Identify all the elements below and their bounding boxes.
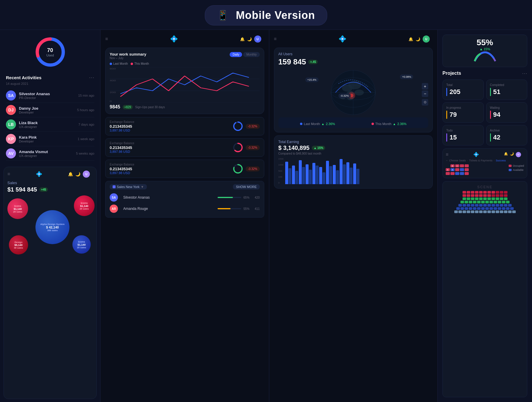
t-seat[interactable] bbox=[483, 197, 487, 200]
t-seat[interactable] bbox=[500, 197, 503, 200]
t-seat[interactable] bbox=[506, 207, 510, 210]
t-seat[interactable] bbox=[471, 197, 474, 200]
t-seat[interactable] bbox=[458, 204, 462, 207]
t-seat[interactable] bbox=[479, 191, 483, 194]
seat-occ-b[interactable]: B bbox=[450, 164, 455, 167]
t-seat[interactable] bbox=[475, 210, 479, 213]
t-seat[interactable] bbox=[479, 197, 483, 200]
t-seat[interactable] bbox=[492, 210, 495, 213]
seat-avail-3[interactable] bbox=[460, 172, 464, 175]
t-seat[interactable] bbox=[487, 194, 491, 197]
seat-occ-2[interactable] bbox=[465, 164, 469, 167]
zoom-in-button[interactable]: + bbox=[422, 83, 428, 90]
zoom-out-button[interactable]: − bbox=[422, 90, 428, 97]
t-seat[interactable] bbox=[473, 207, 476, 210]
t-seat[interactable] bbox=[475, 194, 479, 197]
t-seat[interactable] bbox=[469, 207, 472, 210]
seat-occ-6[interactable] bbox=[450, 172, 455, 175]
t-seat[interactable] bbox=[463, 210, 466, 213]
breadcrumb-back[interactable]: ← Choose Seats bbox=[446, 159, 466, 162]
t-seat[interactable] bbox=[500, 194, 503, 197]
hamburger-icon-center-left[interactable]: ≡ bbox=[105, 36, 108, 42]
t-seat[interactable] bbox=[463, 191, 466, 194]
t-seat[interactable] bbox=[504, 210, 507, 213]
seat-occ-1[interactable] bbox=[460, 164, 464, 167]
seat-occ-4[interactable] bbox=[465, 168, 469, 171]
t-seat[interactable] bbox=[487, 210, 491, 213]
t-seat[interactable] bbox=[487, 197, 491, 200]
bell-icon-cr[interactable]: 🔔 bbox=[408, 37, 413, 41]
breadcrumb-tickets[interactable]: Tickets & Payments bbox=[469, 159, 492, 162]
t-seat[interactable] bbox=[467, 204, 470, 207]
t-seat[interactable] bbox=[471, 204, 474, 207]
t-seat[interactable] bbox=[494, 201, 497, 203]
t-seat[interactable] bbox=[498, 207, 501, 210]
moon-icon-left[interactable]: 🌙 bbox=[75, 172, 80, 176]
hamburger-icon-cr[interactable]: ≡ bbox=[274, 36, 277, 42]
settings-button-globe[interactable]: ⚙ bbox=[422, 99, 428, 106]
seat-avail-a[interactable]: A bbox=[450, 168, 455, 171]
t-seat[interactable] bbox=[483, 194, 487, 197]
t-seat[interactable] bbox=[471, 210, 474, 213]
t-seat[interactable] bbox=[463, 197, 466, 200]
t-seat[interactable] bbox=[508, 210, 512, 213]
t-seat[interactable] bbox=[500, 210, 503, 213]
hamburger-seat[interactable]: ≡ bbox=[446, 152, 448, 157]
t-seat[interactable] bbox=[454, 210, 458, 213]
seat-avail-1[interactable] bbox=[460, 168, 464, 171]
t-seat[interactable] bbox=[504, 191, 507, 194]
t-seat[interactable] bbox=[467, 191, 470, 194]
seat-occ-5[interactable] bbox=[446, 172, 450, 175]
moon-seat[interactable]: 🌙 bbox=[510, 152, 514, 157]
t-seat[interactable] bbox=[487, 191, 491, 194]
t-seat[interactable] bbox=[458, 210, 462, 213]
t-seat[interactable] bbox=[471, 194, 474, 197]
projects-menu-icon[interactable]: ⋯ bbox=[522, 70, 527, 77]
t-seat[interactable] bbox=[487, 204, 491, 207]
seat-avail-2[interactable] bbox=[455, 172, 459, 175]
t-seat[interactable] bbox=[510, 207, 514, 210]
t-seat[interactable] bbox=[463, 194, 466, 197]
t-seat[interactable] bbox=[496, 204, 499, 207]
t-seat[interactable] bbox=[481, 201, 485, 203]
t-seat[interactable] bbox=[456, 207, 460, 210]
tab-monthly[interactable]: Monthly bbox=[243, 52, 259, 57]
t-seat[interactable] bbox=[483, 204, 487, 207]
moon-icon-cl[interactable]: 🌙 bbox=[247, 37, 252, 41]
t-seat[interactable] bbox=[465, 207, 468, 210]
t-seat[interactable] bbox=[506, 201, 510, 203]
t-seat[interactable] bbox=[475, 191, 479, 194]
bell-seat[interactable]: 🔔 bbox=[504, 152, 508, 157]
user-avatar-cr[interactable]: U bbox=[423, 35, 430, 43]
t-seat[interactable] bbox=[508, 204, 512, 207]
seat-occ-c[interactable]: C bbox=[455, 164, 459, 167]
bell-icon-left[interactable]: 🔔 bbox=[68, 172, 73, 176]
t-seat[interactable] bbox=[463, 204, 466, 207]
t-seat[interactable] bbox=[496, 191, 499, 194]
hamburger-icon-left[interactable]: ≡ bbox=[7, 171, 10, 177]
seat-occ-3[interactable] bbox=[455, 168, 459, 171]
show-more-button[interactable]: SHOW MORE bbox=[233, 184, 259, 189]
t-seat[interactable] bbox=[467, 210, 470, 213]
t-seat[interactable] bbox=[469, 201, 472, 203]
user-avatar-left[interactable]: U bbox=[83, 171, 90, 178]
t-seat[interactable] bbox=[504, 194, 507, 197]
t-seat[interactable] bbox=[460, 201, 464, 203]
t-seat[interactable] bbox=[479, 194, 483, 197]
moon-icon-cr[interactable]: 🌙 bbox=[416, 37, 420, 41]
t-seat[interactable] bbox=[489, 207, 493, 210]
t-seat[interactable] bbox=[485, 201, 489, 203]
t-seat[interactable] bbox=[496, 197, 499, 200]
bell-icon-cl[interactable]: 🔔 bbox=[240, 37, 245, 41]
t-seat[interactable] bbox=[460, 207, 464, 210]
t-seat[interactable] bbox=[492, 191, 495, 194]
t-seat[interactable] bbox=[504, 204, 507, 207]
t-seat[interactable] bbox=[504, 197, 507, 200]
t-seat[interactable] bbox=[479, 210, 483, 213]
t-seat[interactable] bbox=[473, 201, 476, 203]
t-seat[interactable] bbox=[494, 207, 497, 210]
t-seat[interactable] bbox=[479, 204, 483, 207]
t-seat[interactable] bbox=[512, 210, 516, 213]
t-seat[interactable] bbox=[502, 207, 505, 210]
t-seat[interactable] bbox=[467, 194, 470, 197]
